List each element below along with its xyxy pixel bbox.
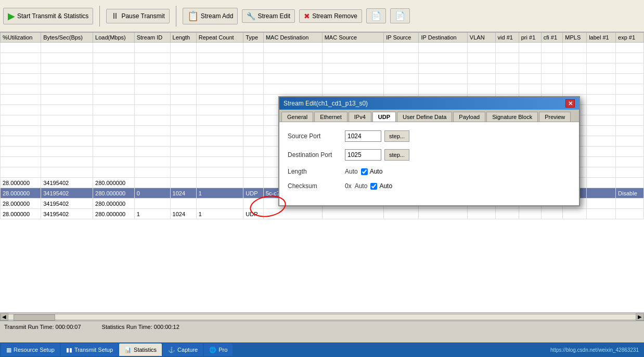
col-cfi1: cfi #1: [541, 33, 563, 43]
dest-port-step-button[interactable]: step...: [384, 149, 409, 161]
col-label1: label #1: [587, 33, 616, 43]
transmit-run-time: Transmit Run Time: 000:00:07: [4, 324, 81, 330]
scroll-track[interactable]: [8, 314, 636, 320]
start-transmit-label: Start Transmit & Statistics: [17, 12, 88, 20]
modal-tab-ethernet[interactable]: Ethernet: [314, 112, 347, 122]
modal-tab-general[interactable]: General: [281, 112, 313, 122]
table-row[interactable]: [1, 84, 644, 95]
col-length: Length: [170, 33, 196, 43]
resource-label: Resource Setup: [14, 347, 55, 353]
modal-tab-ipv4[interactable]: IPv4: [349, 112, 371, 122]
tab-resource-setup[interactable]: ▦ Resource Setup: [1, 343, 60, 356]
pro-label: Pro: [218, 347, 227, 353]
col-exp1: exp #1: [616, 33, 644, 43]
tab-capture[interactable]: ⚓ Capture: [163, 343, 203, 356]
tab-pro[interactable]: 🌐 Pro: [204, 343, 233, 356]
checksum-label: Checksum: [288, 182, 345, 190]
toolbar-btn-4[interactable]: 📄: [366, 8, 386, 23]
length-auto-label: Auto: [370, 168, 383, 175]
resource-icon: ▦: [6, 347, 11, 353]
modal-body: Source Port step... Destination Port ste…: [279, 122, 579, 205]
length-label: Length: [288, 168, 345, 175]
modal-tab-user-define[interactable]: User Define Data: [397, 112, 452, 122]
pro-icon: 🌐: [209, 347, 216, 353]
checksum-auto-checkbox[interactable]: [370, 183, 377, 190]
capture-icon: ⚓: [168, 347, 175, 353]
dest-port-input[interactable]: [345, 149, 381, 161]
length-auto-checkbox[interactable]: [361, 168, 368, 175]
toolbar-btn-5[interactable]: 📄: [390, 8, 410, 23]
col-pri1: pri #1: [519, 33, 541, 43]
stream-edit-icon: 🔧: [247, 12, 255, 20]
length-row: Length Auto Auto: [288, 168, 571, 175]
stream-remove-label: Stream Remove: [312, 12, 357, 20]
col-load: Load(Mbps): [93, 33, 135, 43]
stream-remove-icon: ✖: [304, 12, 310, 20]
modal-title: Stream Edit(ch1_cd1_p13_s0): [284, 100, 368, 107]
table-row[interactable]: [1, 43, 644, 53]
source-port-step-button[interactable]: step...: [384, 130, 409, 142]
col-mac-dest: MAC Destination: [263, 33, 322, 43]
separator-2: [176, 6, 176, 27]
stream-edit-label: Stream Edit: [257, 12, 290, 20]
scroll-right-btn[interactable]: ▶: [636, 313, 644, 321]
col-ip-dest: IP Destination: [419, 33, 467, 43]
start-transmit-button[interactable]: ▶ Start Transmit & Statistics: [3, 8, 93, 24]
dest-port-label: Destination Port: [288, 151, 345, 158]
tab-statistics[interactable]: 📊 Statistics: [119, 343, 162, 356]
status-bar: Transmit Run Time: 000:00:07 Statistics …: [0, 321, 644, 332]
stream-add-button[interactable]: 📋 Stream Add: [183, 8, 238, 24]
col-utilization: %Utilization: [1, 33, 41, 43]
checksum-value: Auto: [355, 182, 368, 190]
col-type: Type: [243, 33, 264, 43]
modal-tabs: General Ethernet IPv4 UDP User Define Da…: [279, 110, 579, 122]
stream-add-icon: 📋: [187, 10, 199, 22]
modal-titlebar: Stream Edit(ch1_cd1_p13_s0) ✕: [279, 97, 579, 110]
checksum-auto-label: Auto: [379, 182, 392, 190]
nav-bar: ▦ Resource Setup ▮▮ Transmit Setup 📊 Sta…: [0, 342, 644, 357]
capture-label: Capture: [177, 347, 198, 353]
transmit-icon: ▮▮: [66, 347, 72, 353]
checksum-prefix: 0x: [345, 182, 352, 190]
col-stream-id: Stream ID: [134, 33, 170, 43]
modal-tab-udp[interactable]: UDP: [372, 112, 396, 122]
scroll-left-btn[interactable]: ◀: [0, 313, 8, 321]
source-port-label: Source Port: [288, 133, 345, 140]
checksum-row: Checksum 0x Auto Auto: [288, 182, 571, 190]
col-vlan: VLAN: [467, 33, 495, 43]
table-row[interactable]: 28.00000034195402280.000000110241UDP: [1, 209, 644, 219]
tab-transmit-setup[interactable]: ▮▮ Transmit Setup: [61, 343, 118, 356]
stream-edit-button[interactable]: 🔧 Stream Edit: [242, 9, 295, 23]
col-repeat: Repeat Count: [196, 33, 243, 43]
play-icon: ▶: [8, 10, 15, 22]
url-display: https://blog.csdn.net/weixin_42863231: [550, 347, 643, 353]
separator-1: [99, 6, 100, 27]
length-value: Auto: [345, 168, 358, 175]
modal-tab-preview[interactable]: Preview: [539, 112, 571, 122]
table-row[interactable]: [1, 74, 644, 84]
col-mac-src: MAC Source: [322, 33, 384, 43]
toolbar: ▶ Start Transmit & Statistics ⏸ Pause Tr…: [0, 0, 644, 32]
table-row[interactable]: [1, 53, 644, 63]
table-row[interactable]: [1, 63, 644, 74]
modal-tab-payload[interactable]: Payload: [453, 112, 485, 122]
horizontal-scrollbar[interactable]: ◀ ▶: [0, 312, 644, 321]
col-mpls: MPLS: [563, 33, 587, 43]
icon-5: 📄: [395, 11, 405, 21]
modal-tab-signature[interactable]: Signature Block: [486, 112, 538, 122]
col-bytes: Bytes/Sec(Bps): [41, 33, 93, 43]
source-port-input[interactable]: [345, 130, 381, 142]
source-port-row: Source Port step...: [288, 130, 571, 142]
statistics-label: Statistics: [134, 347, 157, 353]
statistics-run-time: Statistics Run Time: 000:00:12: [102, 324, 179, 330]
col-ip-src: IP Source: [384, 33, 419, 43]
col-vid1: vid #1: [495, 33, 519, 43]
pause-transmit-button[interactable]: ⏸ Pause Transmit: [106, 9, 169, 23]
pause-icon: ⏸: [111, 11, 119, 21]
scroll-thumb[interactable]: [14, 314, 55, 321]
statistics-icon: 📊: [124, 347, 132, 353]
stream-remove-button[interactable]: ✖ Stream Remove: [299, 9, 362, 23]
stream-edit-dialog: Stream Edit(ch1_cd1_p13_s0) ✕ General Et…: [278, 96, 580, 206]
stream-add-label: Stream Add: [201, 12, 234, 20]
modal-close-button[interactable]: ✕: [565, 99, 575, 108]
